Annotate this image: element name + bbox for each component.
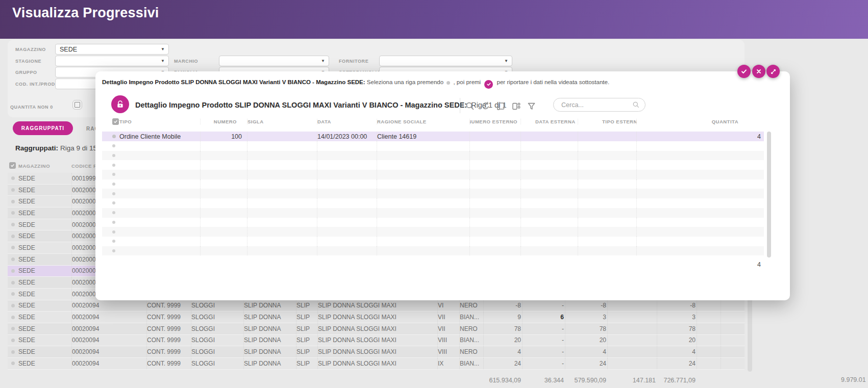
modal-empty-row[interactable]	[102, 198, 764, 208]
row-select-cell[interactable]	[102, 179, 119, 189]
row-select-cell[interactable]	[102, 237, 119, 246]
row-select-cell[interactable]	[8, 230, 18, 242]
table-row[interactable]: SEDE00020094CONT. 9999SLOGGISLIP DONNASL…	[8, 300, 745, 312]
cell-filler	[721, 335, 745, 346]
stagione-select[interactable]: ▼	[55, 56, 169, 66]
row-select-cell[interactable]	[102, 170, 119, 179]
row-select-cell[interactable]	[8, 323, 18, 334]
columns-layout-button[interactable]	[510, 100, 522, 112]
row-select-cell[interactable]	[8, 266, 18, 277]
modal-empty-row[interactable]	[102, 218, 764, 227]
modal-empty-row[interactable]	[102, 189, 764, 198]
refresh-button[interactable]	[480, 100, 491, 112]
row-select-cell[interactable]	[8, 346, 18, 357]
modal-empty-row[interactable]	[102, 160, 764, 170]
row-select-cell[interactable]	[8, 208, 18, 219]
cell-ragione-sociale: Cliente 14619	[377, 132, 469, 141]
row-select-cell[interactable]	[8, 196, 18, 207]
column-header-data[interactable]: DATA	[317, 119, 377, 124]
row-select-cell[interactable]	[102, 246, 119, 256]
empty-cell	[377, 151, 469, 161]
row-select-cell[interactable]	[8, 254, 18, 265]
empty-cell	[636, 179, 764, 189]
row-select-cell[interactable]	[8, 312, 18, 323]
row-select-cell[interactable]	[102, 218, 119, 227]
row-select-cell[interactable]	[102, 208, 119, 218]
cell-descrizione: SLIP DONNA SLOGGI MAXI	[317, 335, 437, 346]
modal-empty-row[interactable]	[102, 246, 764, 256]
quantita-non-0-checkbox[interactable]	[72, 100, 82, 110]
row-select-cell[interactable]	[8, 300, 18, 312]
empty-cell	[578, 179, 636, 189]
modal-scrollbar[interactable]	[767, 132, 771, 257]
close-button[interactable]	[752, 65, 765, 78]
table-row[interactable]: SEDE00020094CONT. 9999SLOGGISLIP DONNASL…	[8, 312, 745, 323]
row-select-cell[interactable]	[102, 132, 119, 141]
fornitore-select[interactable]: ▼	[379, 56, 512, 66]
empty-cell	[469, 198, 520, 208]
empty-cell	[520, 208, 578, 218]
row-select-cell[interactable]	[102, 141, 119, 151]
table-row[interactable]: SEDE00020094CONT. 9999SLOGGISLIP DONNASL…	[8, 358, 745, 370]
column-header-sigla[interactable]: SIGLA	[247, 119, 317, 124]
column-header-magazzino[interactable]: MAGAZZINO	[18, 163, 50, 169]
search-toggle-button[interactable]	[464, 100, 476, 112]
row-select-cell[interactable]	[8, 277, 18, 288]
row-select-cell[interactable]	[8, 242, 18, 253]
cell-gruppo: SLIP DONNA	[243, 358, 296, 369]
column-header-quantita[interactable]: QUANTITA	[636, 119, 764, 124]
row-select-cell[interactable]	[8, 289, 18, 300]
column-header-tipo-esterno[interactable]: TIPO ESTERNO	[578, 119, 636, 124]
empty-cell	[200, 179, 247, 189]
column-header-numero-esterno[interactable]: NUMERO ESTERNO	[469, 119, 520, 124]
column-header-ragione-sociale[interactable]: RAGIONE SOCIALE	[377, 119, 469, 124]
empty-cell	[200, 151, 247, 161]
row-select-cell[interactable]	[8, 358, 18, 369]
row-select-cell[interactable]	[8, 173, 18, 184]
row-select-cell[interactable]	[8, 335, 18, 346]
modal-empty-row[interactable]	[102, 237, 764, 246]
table-row[interactable]: SEDE00020094CONT. 9999SLOGGISLIP DONNASL…	[8, 335, 745, 347]
empty-cell	[317, 237, 377, 246]
search-input[interactable]	[560, 101, 632, 109]
empty-cell	[636, 246, 764, 256]
row-select-cell[interactable]	[8, 185, 18, 196]
copy-button[interactable]	[495, 100, 506, 112]
modal-empty-row[interactable]	[102, 151, 764, 161]
marchio-select[interactable]: ▼	[219, 56, 329, 66]
table-row[interactable]: SEDE00020094CONT. 9999SLOGGISLIP DONNASL…	[8, 323, 745, 335]
filter-button[interactable]	[526, 100, 537, 112]
row-select-cell[interactable]	[102, 189, 119, 198]
empty-cell	[520, 170, 578, 179]
cell-marca: SLOGGI	[191, 312, 243, 323]
empty-cell	[317, 227, 377, 237]
row-select-cell[interactable]	[102, 160, 119, 170]
empty-cell	[578, 237, 636, 246]
row-select-cell[interactable]	[102, 198, 119, 208]
cell-n1: 78	[483, 323, 522, 334]
expand-button[interactable]	[766, 65, 780, 78]
row-select-cell[interactable]	[102, 151, 119, 161]
modal-empty-row[interactable]	[102, 208, 764, 218]
column-header-data-esterna[interactable]: DATA ESTERNA	[520, 119, 578, 124]
select-all-checkbox[interactable]	[112, 118, 119, 125]
cell-magazzino: SEDE	[18, 242, 71, 253]
row-select-cell[interactable]	[102, 227, 119, 237]
modal-empty-row[interactable]	[102, 141, 764, 151]
cell-n1: 4	[483, 346, 522, 357]
cell-cont: CONT. 9999	[146, 335, 191, 346]
modal-selected-row[interactable]: Ordine Cliente Mobile 100 14/01/2023 00:…	[102, 132, 764, 141]
column-header-numero[interactable]: NUMERO	[200, 119, 247, 124]
empty-cell	[578, 170, 636, 179]
column-header-tipo[interactable]: TIPO	[119, 119, 200, 124]
confirm-button[interactable]	[737, 65, 751, 78]
select-all-checkbox[interactable]	[9, 162, 16, 169]
modal-empty-row[interactable]	[102, 179, 764, 189]
row-select-cell[interactable]	[8, 219, 18, 230]
raggruppati-button[interactable]: RAGGRUPPATI	[13, 121, 73, 135]
modal-empty-row[interactable]	[102, 170, 764, 179]
table-row[interactable]: SEDE00020094CONT. 9999SLOGGISLIP DONNASL…	[8, 346, 745, 358]
empty-cell	[317, 160, 377, 170]
modal-empty-row[interactable]	[102, 227, 764, 237]
magazzino-select[interactable]: SEDE ▼	[55, 44, 169, 55]
